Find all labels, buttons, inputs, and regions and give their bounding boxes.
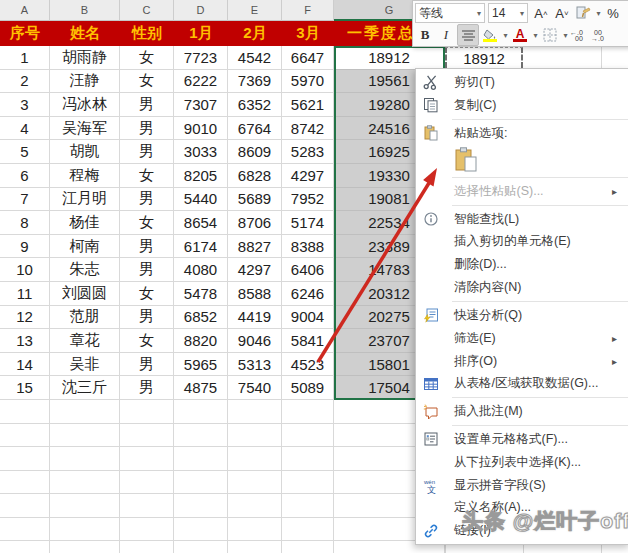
column-header-D[interactable]: D: [174, 0, 228, 21]
cell[interactable]: 11: [0, 282, 50, 306]
cell[interactable]: 5965: [174, 353, 228, 377]
cell[interactable]: 5313: [228, 353, 282, 377]
cell[interactable]: 7: [0, 188, 50, 212]
cell[interactable]: 男: [120, 140, 174, 164]
cell[interactable]: [174, 400, 228, 424]
cell[interactable]: 4523: [282, 353, 334, 377]
cell[interactable]: 9046: [228, 329, 282, 353]
cell[interactable]: 男: [120, 117, 174, 141]
cell[interactable]: 女: [120, 211, 174, 235]
cell[interactable]: 8205: [174, 164, 228, 188]
cell[interactable]: 沈三斤: [50, 376, 120, 400]
cell[interactable]: 8588: [228, 282, 282, 306]
cell[interactable]: 柯南: [50, 235, 120, 259]
cell[interactable]: [50, 400, 120, 424]
cell[interactable]: [282, 494, 334, 518]
cell[interactable]: 5621: [282, 93, 334, 117]
cell[interactable]: 江月明: [50, 188, 120, 212]
cell[interactable]: [174, 518, 228, 542]
menu-item-format-cells[interactable]: 设置单元格格式(F)...: [416, 428, 628, 451]
font-color-button[interactable]: A: [510, 25, 530, 45]
cell[interactable]: [282, 471, 334, 495]
cell[interactable]: 4875: [174, 376, 228, 400]
cell[interactable]: [174, 494, 228, 518]
header-cell-2[interactable]: 姓名: [50, 21, 120, 46]
cell[interactable]: 女: [120, 46, 174, 70]
column-header-F[interactable]: F: [282, 0, 334, 21]
cell[interactable]: 8388: [282, 235, 334, 259]
cell[interactable]: 6647: [282, 46, 334, 70]
cell[interactable]: 9004: [282, 306, 334, 330]
cell[interactable]: [174, 447, 228, 471]
cell[interactable]: 冯冰林: [50, 93, 120, 117]
format-painter-button[interactable]: [573, 3, 593, 23]
cell[interactable]: 刘圆圆: [50, 282, 120, 306]
cell[interactable]: 吴非: [50, 353, 120, 377]
menu-item-show-phonetic[interactable]: wén文显示拼音字段(S): [416, 474, 628, 497]
menu-item-insert-comment[interactable]: 插入批注(M): [416, 400, 628, 423]
menu-item-delete[interactable]: 删除(D)...: [416, 253, 628, 276]
decrease-decimal-button[interactable]: 00→.0: [591, 25, 611, 45]
cell[interactable]: 8742: [282, 117, 334, 141]
header-cell-1[interactable]: 序号: [0, 21, 50, 46]
cell[interactable]: 7369: [228, 70, 282, 94]
cell[interactable]: 3: [0, 93, 50, 117]
cell[interactable]: [0, 494, 50, 518]
cell[interactable]: 男: [120, 258, 174, 282]
cell[interactable]: [50, 494, 120, 518]
cell[interactable]: 男: [120, 353, 174, 377]
chevron-down-icon[interactable]: ▾: [561, 31, 570, 40]
cell[interactable]: 8: [0, 211, 50, 235]
cell[interactable]: [228, 518, 282, 542]
cell[interactable]: [282, 400, 334, 424]
cell[interactable]: 6764: [228, 117, 282, 141]
menu-item-pick-from-dropdown[interactable]: 从下拉列表中选择(K)...: [416, 451, 628, 474]
cell[interactable]: 5689: [228, 188, 282, 212]
cell[interactable]: 5970: [282, 70, 334, 94]
cell[interactable]: 10: [0, 258, 50, 282]
cell[interactable]: 8654: [174, 211, 228, 235]
cell[interactable]: [228, 424, 282, 448]
menu-item-smart-lookup[interactable]: 智能查找(L): [416, 208, 628, 231]
cell[interactable]: 6828: [228, 164, 282, 188]
cell[interactable]: 5478: [174, 282, 228, 306]
cell[interactable]: [120, 518, 174, 542]
cell[interactable]: 9010: [174, 117, 228, 141]
bold-button[interactable]: B: [415, 25, 435, 45]
cell[interactable]: [228, 494, 282, 518]
cell[interactable]: 12: [0, 306, 50, 330]
cell[interactable]: 女: [120, 282, 174, 306]
cell[interactable]: 7540: [228, 376, 282, 400]
cell[interactable]: [228, 447, 282, 471]
menu-item-clear-contents[interactable]: 清除内容(N): [416, 276, 628, 299]
chevron-down-icon[interactable]: ▾: [501, 31, 510, 40]
cell[interactable]: 6352: [228, 93, 282, 117]
cell[interactable]: [50, 424, 120, 448]
cell[interactable]: 汪静: [50, 70, 120, 94]
center-align-button[interactable]: [457, 24, 479, 46]
cell[interactable]: 3033: [174, 140, 228, 164]
cell[interactable]: 5174: [282, 211, 334, 235]
cell[interactable]: [0, 447, 50, 471]
cell[interactable]: 7952: [282, 188, 334, 212]
cell[interactable]: [0, 541, 50, 553]
cell[interactable]: 6246: [282, 282, 334, 306]
cell[interactable]: [120, 471, 174, 495]
cell[interactable]: [0, 518, 50, 542]
cell[interactable]: 女: [120, 329, 174, 353]
cell[interactable]: 13: [0, 329, 50, 353]
cell[interactable]: 6406: [282, 258, 334, 282]
cell[interactable]: 7723: [174, 46, 228, 70]
cell[interactable]: 4080: [174, 258, 228, 282]
cell[interactable]: 6: [0, 164, 50, 188]
cell[interactable]: [0, 424, 50, 448]
shrink-font-button[interactable]: A˅: [552, 3, 572, 23]
cell[interactable]: [0, 471, 50, 495]
cell[interactable]: 8820: [174, 329, 228, 353]
cell[interactable]: 2: [0, 70, 50, 94]
cell[interactable]: [282, 541, 334, 553]
cell[interactable]: 4419: [228, 306, 282, 330]
cell[interactable]: 5440: [174, 188, 228, 212]
header-cell-3[interactable]: 性别: [120, 21, 174, 46]
menu-item-sort[interactable]: 排序(O)▸: [416, 350, 628, 373]
